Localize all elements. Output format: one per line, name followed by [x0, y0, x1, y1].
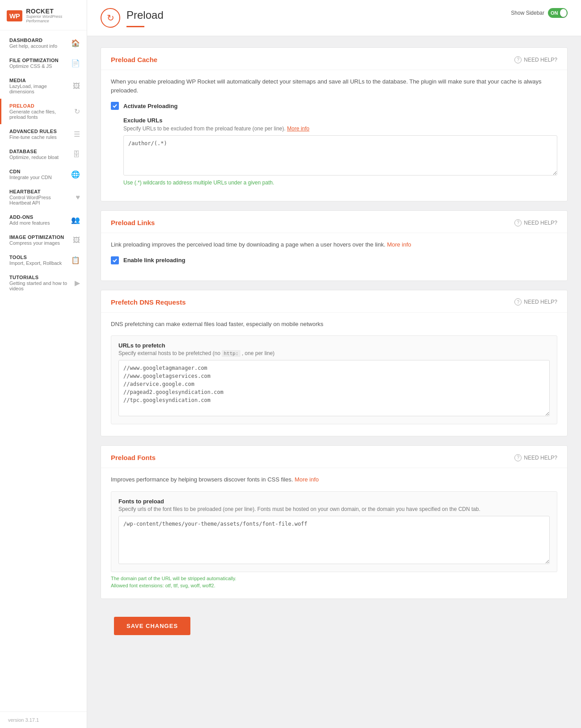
nav-title-advanced-rules: ADVANCED RULES: [9, 129, 71, 134]
help-icon-2: ?: [514, 219, 522, 226]
sidebar-item-file-optimization[interactable]: FILE OPTIMIZATION Optimize CSS & JS 📄: [0, 53, 87, 73]
fonts-hint: The domain part of the URL will be strip…: [111, 575, 557, 590]
save-bar: SAVE CHANGES: [101, 608, 568, 649]
nav-sub-tutorials: Getting started and how to videos: [9, 280, 72, 291]
prefetch-dns-title: Prefetch DNS Requests: [111, 298, 186, 306]
help-icon-4: ?: [514, 454, 522, 461]
preload-cache-body: When you enable preloading WP Rocket wil…: [101, 70, 567, 201]
nav-icon-heartbeat: ♥: [76, 193, 80, 201]
enable-link-preloading-row: Enable link preloading: [111, 256, 557, 264]
toggle-on-label: ON: [551, 10, 558, 16]
nav-sub-cdn: Integrate your CDN: [9, 175, 68, 180]
nav-icon-tools: 📋: [71, 256, 80, 264]
preload-cache-header: Preload Cache ? NEED HELP?: [101, 48, 567, 70]
sidebar-item-tutorials[interactable]: TUTORIALS Getting started and how to vid…: [0, 270, 87, 296]
nav-sub-dashboard: Get help, account info: [9, 43, 68, 49]
fonts-sublabel: Specify urls of the font files to be pre…: [118, 506, 550, 512]
sidebar-item-image-optimization[interactable]: IMAGE OPTIMIZATION Compress your images …: [0, 230, 87, 250]
activate-preloading-row: Activate Preloading: [111, 102, 557, 110]
preload-cache-help[interactable]: ? NEED HELP?: [514, 56, 557, 63]
preload-links-title: Preload Links: [111, 219, 155, 226]
nav-sub-image-optimization: Compress your images: [9, 240, 70, 246]
fonts-field: Fonts to preload Specify urls of the fon…: [111, 491, 557, 572]
preload-links-more-info[interactable]: More info: [387, 241, 411, 248]
preload-links-section: Preload Links ? NEED HELP? Link preloadi…: [101, 210, 568, 281]
logo-wp: WP: [7, 10, 22, 21]
sidebar-item-add-ons[interactable]: ADD-ONS Add more features 👥: [0, 210, 87, 230]
nav-icon-file-optimization: 📄: [71, 59, 80, 67]
nav-icon-image-optimization: 🖼: [73, 236, 80, 244]
nav-title-database: DATABASE: [9, 149, 70, 154]
nav-icon-dashboard: 🏠: [71, 39, 80, 47]
dns-prefetch-field: URLs to prefetch Specify external hosts …: [111, 335, 557, 424]
nav-title-image-optimization: IMAGE OPTIMIZATION: [9, 234, 70, 240]
nav-title-file-optimization: FILE OPTIMIZATION: [9, 58, 68, 63]
sidebar-item-advanced-rules[interactable]: ADVANCED RULES Fine-tune cache rules ☰: [0, 124, 87, 144]
preload-links-body: Link preloading improves the perceived l…: [101, 233, 567, 280]
exclude-more-info-link[interactable]: More info: [287, 126, 309, 132]
sidebar-item-media[interactable]: MEDIA LazyLoad, image dimensions 🖼: [0, 73, 87, 99]
preload-cache-desc: When you enable preloading WP Rocket wil…: [111, 77, 557, 95]
sidebar-item-preload[interactable]: PRELOAD Generate cache files, preload fo…: [0, 99, 87, 124]
activate-preloading-checkbox[interactable]: [111, 102, 119, 110]
preload-cache-help-label: NEED HELP?: [524, 57, 557, 63]
nav-icon-add-ons: 👥: [71, 216, 80, 224]
nav-icon-database: 🗄: [73, 151, 80, 159]
preload-fonts-body: Improves performance by helping browsers…: [101, 468, 567, 598]
preload-cache-section: Preload Cache ? NEED HELP? When you enab…: [101, 47, 568, 201]
sidebar-item-database[interactable]: DATABASE Optimize, reduce bloat 🗄: [0, 144, 87, 164]
dns-urls-textarea[interactable]: //www.googletagmanager.com //www.googlet…: [118, 360, 550, 416]
nav-title-tools: TOOLS: [9, 255, 68, 260]
show-sidebar-control: Show Sidebar ON: [511, 8, 568, 26]
preload-fonts-section: Preload Fonts ? NEED HELP? Improves perf…: [101, 445, 568, 599]
enable-link-preloading-checkbox[interactable]: [111, 256, 119, 264]
nav-sub-add-ons: Add more features: [9, 220, 68, 226]
exclude-urls-textarea[interactable]: /author/(.*): [123, 135, 557, 176]
sidebar-item-dashboard[interactable]: DASHBOARD Get help, account info 🏠: [0, 33, 87, 53]
page-content: Preload Cache ? NEED HELP? When you enab…: [87, 36, 581, 660]
preload-header-icon: ↻: [101, 8, 120, 28]
dns-urls-sublabel: Specify external hosts to be prefetched …: [118, 350, 550, 356]
exclude-urls-sublabel: Specify URLs to be excluded from the pre…: [123, 126, 557, 132]
preload-fonts-desc: Improves performance by helping browsers…: [111, 475, 557, 484]
sidebar-item-cdn[interactable]: CDN Integrate your CDN 🌐: [0, 164, 87, 184]
prefetch-dns-help[interactable]: ? NEED HELP?: [514, 298, 557, 305]
prefetch-dns-desc: DNS prefetching can make external files …: [111, 320, 557, 329]
nav-title-tutorials: TUTORIALS: [9, 275, 72, 280]
enable-link-preloading-label: Enable link preloading: [123, 257, 185, 264]
sidebar: WP ROCKET Superior WordPress Performance…: [0, 0, 87, 728]
show-sidebar-label: Show Sidebar: [511, 10, 544, 16]
exclude-urls-group: Exclude URLs Specify URLs to be excluded…: [123, 117, 557, 186]
help-icon: ?: [514, 56, 522, 63]
preload-links-help[interactable]: ? NEED HELP?: [514, 219, 557, 226]
preload-fonts-header: Preload Fonts ? NEED HELP?: [101, 446, 567, 468]
page-title-underline: [126, 26, 144, 27]
nav-icon-preload: ↻: [74, 107, 80, 116]
sidebar-item-tools[interactable]: TOOLS Import, Export, Rollback 📋: [0, 250, 87, 270]
prefetch-dns-body: DNS prefetching can make external files …: [101, 313, 567, 436]
fonts-label: Fonts to preload: [118, 498, 550, 505]
preload-fonts-help-label: NEED HELP?: [524, 455, 557, 461]
dns-urls-label: URLs to prefetch: [118, 342, 550, 349]
logo: WP ROCKET Superior WordPress Performance: [0, 0, 87, 30]
preload-cache-title: Preload Cache: [111, 56, 157, 63]
sidebar-nav: DASHBOARD Get help, account info 🏠 FILE …: [0, 30, 87, 711]
save-changes-button[interactable]: SAVE CHANGES: [114, 617, 190, 635]
sidebar-toggle[interactable]: ON: [548, 8, 568, 18]
nav-title-add-ons: ADD-ONS: [9, 214, 68, 220]
preload-fonts-help[interactable]: ? NEED HELP?: [514, 454, 557, 461]
preload-links-help-label: NEED HELP?: [524, 220, 557, 226]
fonts-textarea[interactable]: /wp-content/themes/your-theme/assets/fon…: [118, 516, 550, 564]
nav-icon-media: 🖼: [73, 82, 80, 90]
preload-links-desc: Link preloading improves the perceived l…: [111, 240, 557, 249]
sidebar-item-heartbeat[interactable]: HEARTBEAT Control WordPress Heartbeat AP…: [0, 184, 87, 210]
help-icon-3: ?: [514, 298, 522, 305]
nav-icon-advanced-rules: ☰: [74, 130, 80, 138]
page-header: ↻ Preload Show Sidebar ON: [87, 0, 581, 36]
page-title: Preload: [126, 9, 164, 21]
main-content: ↻ Preload Show Sidebar ON Preload Cache …: [87, 0, 581, 728]
exclude-hint: Use (.*) wildcards to address multiple U…: [123, 180, 557, 186]
prefetch-dns-help-label: NEED HELP?: [524, 299, 557, 305]
activate-preloading-label: Activate Preloading: [123, 103, 177, 109]
preload-fonts-more-info[interactable]: More info: [295, 476, 319, 483]
